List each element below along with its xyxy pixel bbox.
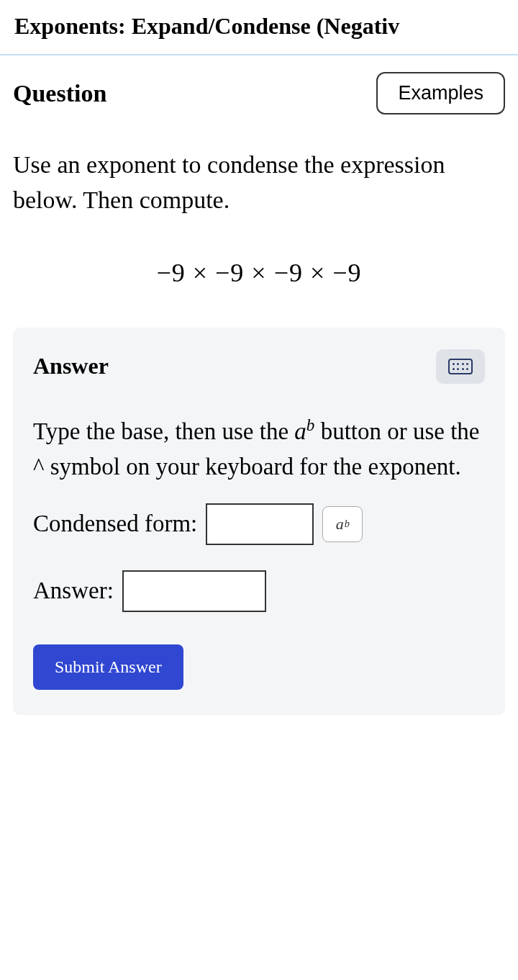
submit-answer-button[interactable]: Submit Answer <box>33 644 183 690</box>
page-title: Exponents: Expand/Condense (Negativ <box>0 0 518 54</box>
instruction-text: Use an exponent to condense the expressi… <box>13 147 505 218</box>
exponent-button-exp: b <box>345 518 350 530</box>
exponent-symbol-base: a <box>294 418 306 444</box>
condensed-form-input[interactable] <box>206 503 314 545</box>
exponent-symbol-exp: b <box>306 415 315 434</box>
math-expression: −9 × −9 × −9 × −9 <box>13 258 505 288</box>
exponent-button[interactable]: ab <box>322 506 363 542</box>
answer-input[interactable] <box>122 570 266 612</box>
main-container: Question Examples Use an exponent to con… <box>0 54 518 728</box>
condensed-form-row: Condensed form: ab <box>33 503 485 545</box>
answer-row: Answer: <box>33 570 485 612</box>
condensed-form-label: Condensed form: <box>33 511 197 537</box>
keypad-button[interactable] <box>436 349 485 384</box>
answer-panel: Answer Type the base, then use the ab bu… <box>13 328 505 715</box>
answer-heading: Answer <box>33 353 109 379</box>
question-header: Question Examples <box>13 68 505 118</box>
question-heading: Question <box>13 80 106 107</box>
answer-label: Answer: <box>33 577 114 604</box>
answer-instruction: Type the base, then use the ab button or… <box>33 413 485 485</box>
answer-instruction-part1: Type the base, then use the <box>33 418 294 444</box>
exponent-button-base: a <box>336 515 344 534</box>
answer-header: Answer <box>33 349 485 384</box>
keypad-icon <box>448 359 473 374</box>
examples-button[interactable]: Examples <box>376 72 505 114</box>
